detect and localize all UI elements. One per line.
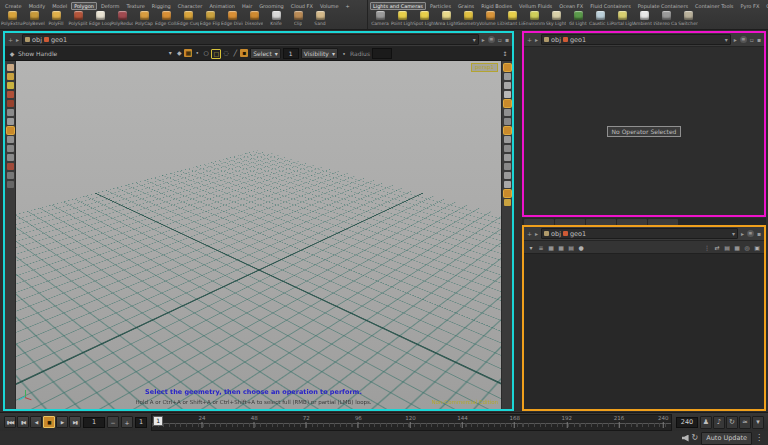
shelf-tool[interactable]: Volume Light [479,11,501,26]
start-frame-field[interactable]: 1 [83,417,105,428]
measure-tool-icon[interactable] [7,154,14,161]
smooth-shaded-icon[interactable] [504,82,511,89]
display-grid-icon[interactable] [504,145,511,152]
shelf-tool[interactable]: PolyExtrude [1,11,23,26]
radius-value-field[interactable] [372,48,392,59]
path-node[interactable]: geo1 [570,230,586,238]
shelf-tab[interactable]: Rigid Bodies [478,2,515,10]
view-options-icon[interactable] [504,181,511,188]
select-mode-dropdown[interactable]: Select ▾ [250,48,281,59]
box-select-icon[interactable]: □ [211,49,221,59]
grid-snap-icon[interactable]: ▦ [733,243,741,251]
shelf-tab[interactable]: Hair [239,2,255,10]
viewport[interactable]: persp1 Select the geometry, then choose … [5,61,512,409]
chevron-down-icon[interactable]: ▾ [732,231,735,237]
viewport-name-badge[interactable]: persp1 [471,63,498,72]
shadows-icon[interactable] [504,109,511,116]
shelf-tool[interactable]: Switcher [677,11,699,26]
display-flags-icon[interactable]: ▦ [547,243,555,251]
display-points-icon[interactable] [504,127,511,134]
shelf-tool[interactable]: Edge Cusp [177,11,199,26]
path-node[interactable]: geo1 [51,36,67,44]
shelf-tab[interactable]: Polygon [71,2,97,10]
shelf-tool[interactable]: PolyCap [133,11,155,26]
shelf-tool[interactable]: Edge Loop [89,11,111,26]
dots-menu-icon[interactable]: ⋮ [703,243,711,251]
path-history-icon[interactable]: ⇄ [713,243,721,251]
shelf-tool[interactable]: Ambient Lig [633,11,655,26]
shelf-tab[interactable]: Create [2,2,25,10]
wireframe-icon[interactable] [504,73,511,80]
high-quality-light-icon[interactable] [504,100,511,107]
shelf-tool[interactable]: Knife [265,11,287,26]
shelf-tab[interactable]: Grooming [256,2,287,10]
playback-options-icon[interactable]: ▾ [752,416,764,429]
shelf-tool[interactable]: Sand [309,11,331,26]
move-tool-icon[interactable] [7,82,14,89]
shelf-tab[interactable]: Cloud FX [288,2,316,10]
shelf-tool[interactable]: Edge Divide [221,11,243,26]
lighting-icon[interactable] [504,91,511,98]
loop-mode-icon[interactable]: ↻ [726,416,738,429]
parameters-path-field[interactable]: obj geo1 ▾ [541,34,731,45]
go-to-start-button[interactable]: ▮◀◀ [4,416,16,428]
shelf-tool[interactable]: GI Light [567,11,589,26]
shelf-tool[interactable]: Point Light [391,11,413,26]
shelf-tab[interactable]: Populate Containers [635,2,691,10]
view-tool-icon[interactable] [7,64,14,71]
shelf-tool[interactable]: Clip [287,11,309,26]
maximize-pane-icon[interactable]: ▪ [757,37,761,43]
brush-select-icon[interactable]: ◌ [222,49,230,57]
end-frame-field[interactable]: 240 [676,417,698,428]
rotate-tool-icon[interactable] [7,91,14,98]
visibility-dropdown[interactable]: Visibility ▾ [301,48,338,59]
path-forward-icon[interactable]: ▸ [535,231,538,237]
shelf-tab[interactable]: Vellum Fluids [516,2,555,10]
folder-icon[interactable]: ▤ [567,243,575,251]
next-frame-button[interactable]: ▶▮ [69,416,81,428]
prev-keyframe-button[interactable]: ▮◀ [17,416,29,428]
path-forward-icon[interactable]: ▸ [535,37,538,43]
select-value-field[interactable]: 1 [283,48,299,59]
shelf-tab[interactable]: + [343,2,353,10]
shelf-tool[interactable]: Spot Light [413,11,435,26]
zoom-fit-icon[interactable]: ◎ [743,243,751,251]
shelf-tab[interactable]: Grains [455,2,477,10]
shelf-tab[interactable]: Lights and Cameras [370,2,426,10]
split-pane-icon[interactable]: ▫ [750,37,754,43]
path-forward-icon[interactable]: ▸ [16,37,19,43]
points-mode-icon[interactable]: • [193,49,201,57]
stop-button[interactable]: ■ [43,416,55,428]
secure-selection-icon[interactable]: ↕ [501,50,509,58]
scale-tool-icon[interactable] [7,100,14,107]
shelf-tool[interactable]: PolyBevel [23,11,45,26]
shelf-tab[interactable]: Pyro FX [737,2,762,10]
pane-pin-icon[interactable]: ▸ [482,37,485,43]
shelf-tool[interactable]: Sky Light [545,11,567,26]
step-field[interactable]: 1 [135,417,147,428]
shelf-tool[interactable]: Environme [523,11,545,26]
shelf-tab[interactable]: Rigging [149,2,174,10]
scene-path-field[interactable]: obj geo1 ▾ [22,34,479,45]
shelf-tool[interactable]: Camera [369,11,391,26]
template-flags-icon[interactable]: ▦ [557,243,565,251]
shelf-tab[interactable]: Container Tools [692,2,736,10]
pin-icon[interactable]: + [527,231,532,237]
shelf-tool[interactable]: Distant Light [501,11,523,26]
shelf-tool[interactable]: Area Light [435,11,457,26]
shelf-tab[interactable]: Character [175,2,206,10]
shelf-tool[interactable]: Portal Light [611,11,633,26]
visualizers-icon[interactable] [504,163,511,170]
audio-mute-icon[interactable] [682,435,689,442]
pin-icon[interactable]: + [8,37,13,43]
shelf-tab[interactable]: Volume [317,2,342,10]
active-tool-icon[interactable] [7,127,14,134]
chevron-down-icon[interactable]: ▾ [473,37,476,43]
pose-tool-icon[interactable] [7,109,14,116]
snapshot-icon[interactable] [504,190,511,197]
camera-lock-icon[interactable] [504,172,511,179]
realtime-toggle-icon[interactable]: ≈ [739,416,751,429]
animate-toggle-icon[interactable]: ♟ [700,416,712,429]
laser-select-icon[interactable]: ╱ [231,49,239,57]
current-frame-marker[interactable]: 1 [153,416,163,426]
